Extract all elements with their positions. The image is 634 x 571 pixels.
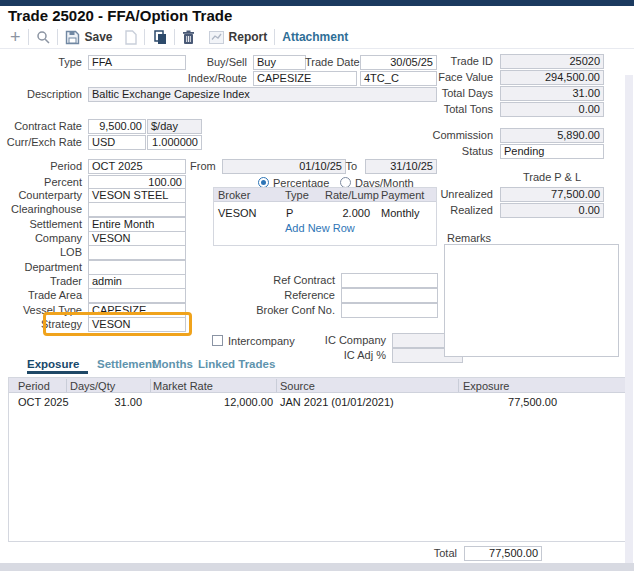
broker-cell[interactable]: VESON	[218, 206, 257, 220]
counterparty-field[interactable]: VESON STEEL	[88, 188, 186, 203]
company-label: Company	[0, 231, 85, 246]
trade-id-field: 25020	[500, 54, 604, 69]
toolbar-separator	[174, 29, 175, 45]
contract-rate-unit-field: $/day	[147, 119, 202, 134]
description-label: Description	[0, 87, 85, 102]
toolbar-separator	[57, 29, 58, 45]
column-divider	[276, 379, 277, 392]
period-field[interactable]: OCT 2025	[88, 159, 186, 174]
face-value-label: Face Value	[420, 70, 496, 85]
clearinghouse-field[interactable]	[88, 202, 186, 217]
intercompany-label: Intercompany	[228, 334, 303, 349]
type-field[interactable]: FFA	[88, 55, 186, 70]
remarks-textarea[interactable]	[444, 244, 619, 357]
broker-conf-no-label: Broker Conf No.	[255, 303, 338, 318]
window-top-edge	[0, 0, 634, 6]
lob-field[interactable]	[88, 245, 186, 260]
add-new-row-link[interactable]: Add New Row	[285, 222, 355, 234]
from-label: From	[190, 159, 218, 174]
search-button[interactable]	[36, 30, 50, 44]
commission-field: 5,890.00	[500, 128, 604, 143]
department-field[interactable]	[88, 260, 186, 275]
broker-conf-no-field[interactable]	[341, 303, 438, 318]
period-label: Period	[0, 159, 85, 174]
toolbar-separator	[28, 29, 29, 45]
intercompany-checkbox[interactable]	[212, 335, 223, 346]
exposure-row-exposure[interactable]: 77,500.00	[458, 395, 557, 409]
broker-payment-col-header: Payment	[381, 188, 424, 202]
company-field[interactable]: VESON	[88, 231, 186, 246]
column-divider	[458, 379, 459, 392]
curr-exch-rate-label: Curr/Exch Rate	[0, 135, 85, 150]
exposure-row-days-qty[interactable]: 31.00	[66, 395, 142, 409]
report-button[interactable]: Report	[209, 30, 268, 44]
description-field: Baltic Exchange Capesize Index	[88, 87, 437, 102]
clearinghouse-label: Clearinghouse	[0, 202, 85, 217]
page-title: Trade 25020 - FFA/Option Trade	[8, 7, 232, 24]
index-field[interactable]: CAPESIZE	[253, 71, 357, 86]
tab-months[interactable]: Months	[152, 358, 193, 370]
ref-contract-label: Ref Contract	[255, 273, 338, 288]
report-label: Report	[229, 30, 268, 44]
trader-field[interactable]: admin	[88, 274, 186, 289]
trade-area-label: Trade Area	[0, 288, 85, 303]
strategy-label: Strategy	[0, 317, 85, 332]
save-label: Save	[85, 30, 113, 44]
save-button[interactable]: Save	[65, 30, 113, 45]
ic-company-label: IC Company	[300, 333, 389, 348]
to-label: To	[340, 159, 360, 174]
broker-payment-cell[interactable]: Monthly	[381, 206, 420, 220]
broker-col-header: Broker	[218, 188, 250, 202]
active-tab-underline	[27, 371, 88, 374]
reference-label: Reference	[255, 288, 338, 303]
copy-button[interactable]	[152, 30, 167, 45]
trade-area-field[interactable]	[88, 288, 186, 303]
broker-rate-cell[interactable]: 2.000	[320, 206, 370, 220]
toolbar-separator	[144, 29, 145, 45]
strategy-field[interactable]: VESON	[88, 317, 186, 332]
trade-id-label: Trade ID	[420, 54, 496, 69]
commission-label: Commission	[420, 128, 496, 143]
tab-exposure[interactable]: Exposure	[27, 358, 79, 370]
from-field: 01/10/25	[222, 159, 346, 174]
lob-label: LOB	[0, 245, 85, 260]
exposure-col-header: Exposure	[463, 379, 509, 393]
settlement-field[interactable]: Entire Month	[88, 217, 186, 232]
reference-field[interactable]	[341, 288, 438, 303]
days-qty-col-header: Days/Qty	[70, 379, 115, 393]
window-bottom-edge	[0, 563, 634, 571]
exposure-row-source[interactable]: JAN 2021 (01/01/2021)	[280, 395, 394, 409]
plus-icon: +	[10, 30, 21, 44]
contract-rate-field[interactable]: 9,500.00	[88, 119, 146, 134]
add-button[interactable]: +	[10, 30, 21, 44]
broker-type-cell[interactable]: P	[286, 206, 293, 220]
tab-linked-trades[interactable]: Linked Trades	[198, 358, 275, 370]
unrealized-field: 77,500.00	[500, 187, 604, 202]
buy-sell-label: Buy/Sell	[180, 55, 250, 70]
attachment-button[interactable]: Attachment	[282, 30, 348, 44]
scrollbar-track[interactable]	[625, 75, 633, 563]
tab-settlement[interactable]: Settlement	[97, 358, 156, 370]
status-label: Status	[420, 144, 496, 159]
total-tons-field: 0.00	[500, 102, 604, 117]
vessel-type-field[interactable]: CAPESIZE	[88, 303, 186, 318]
column-divider	[66, 379, 67, 392]
exposure-row-period[interactable]: OCT 2025	[18, 395, 69, 409]
ref-contract-field[interactable]	[341, 273, 438, 288]
new-document-button[interactable]	[125, 30, 137, 45]
buy-sell-field[interactable]: Buy	[253, 55, 306, 70]
total-field: 77,500.00	[464, 546, 542, 561]
market-rate-col-header: Market Rate	[153, 379, 213, 393]
settlement-label: Settlement	[0, 217, 85, 232]
period-col-header: Period	[18, 379, 50, 393]
counterparty-label: Counterparty	[0, 188, 85, 203]
currency-field[interactable]: USD	[88, 135, 146, 150]
exposure-row-market-rate[interactable]: 12,000.00	[150, 395, 273, 409]
toolbar: + Save Report Attachment	[0, 26, 634, 49]
exch-rate-field[interactable]: 1.000000	[147, 135, 202, 150]
index-route-label: Index/Route	[180, 71, 250, 86]
status-field[interactable]: Pending	[500, 144, 604, 159]
total-days-label: Total Days	[420, 86, 496, 101]
delete-button[interactable]	[182, 30, 195, 45]
ic-adj-label: IC Adj %	[300, 348, 389, 363]
